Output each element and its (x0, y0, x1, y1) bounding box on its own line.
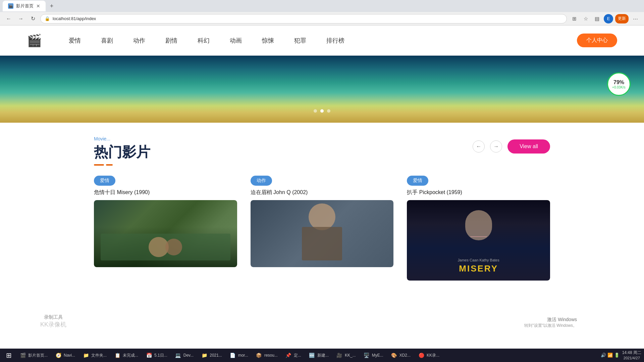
update-button[interactable]: 更新 (615, 14, 629, 23)
nav-item-drama[interactable]: 剧情 (165, 37, 177, 45)
movie-title-3: 扒手 Pickpocket (1959) (407, 189, 550, 196)
section-title-area: Movie... 热门影片 (94, 136, 473, 166)
movie-poster-1 (94, 200, 237, 267)
logo[interactable]: 🎬 (27, 34, 42, 48)
reload-button[interactable]: ↻ (28, 14, 38, 23)
genre-badge-2: 动作 (251, 176, 272, 186)
nav-item-ranking[interactable]: 排行榜 (326, 37, 344, 45)
tab-favicon: 🎬 (8, 3, 13, 9)
profile-button[interactable]: E (604, 14, 613, 23)
nav-item-scifi[interactable]: 科幻 (198, 37, 210, 45)
carousel-dot-2[interactable] (320, 109, 324, 113)
view-all-button[interactable]: View all (507, 139, 550, 154)
next-arrow-button[interactable]: → (490, 140, 502, 153)
browser-toolbar: ← → ↻ 🔒 localhost:81/app/index ⊞ ☆ ▤ E 更… (0, 12, 644, 25)
nav-item-thriller[interactable]: 惊悚 (262, 37, 274, 45)
address-bar[interactable]: 🔒 localhost:81/app/index (40, 14, 567, 23)
tab-label: 影片首页 (16, 3, 34, 9)
nav-item-comedy[interactable]: 喜剧 (101, 37, 113, 45)
poster-title-text: MISERY (458, 263, 499, 274)
movie-poster-3: James Caan Kathy Bates MISERY (407, 200, 550, 281)
toolbar-actions: ⊞ ☆ ▤ E 更新 ⋯ (570, 14, 640, 23)
hero-banner: 79% +0.03K/s (0, 56, 644, 123)
browser-window: 🎬 影片首页 ✕ + ← → ↻ 🔒 localhost:81/app/inde… (0, 0, 644, 25)
bookmark-button[interactable]: ☆ (581, 14, 590, 23)
movie-card-1[interactable]: 爱情 危情十日 Misery (1990) (94, 176, 237, 281)
movie-card-3[interactable]: 爱情 扒手 Pickpocket (1959) James Caan Kathy… (407, 176, 550, 281)
section-header: Movie... 热门影片 ← → View all (94, 136, 550, 166)
carousel-dot-1[interactable] (314, 109, 317, 113)
underline-bar-2 (106, 164, 113, 166)
carousel-dot-3[interactable] (327, 109, 330, 113)
address-text: localhost:81/app/index (53, 16, 96, 21)
speed-percent: 79% (613, 79, 624, 85)
movie-title-1: 危情十日 Misery (1990) (94, 189, 237, 196)
menu-button[interactable]: ⋯ (631, 14, 640, 23)
speed-indicator: 79% +0.03K/s (607, 72, 631, 96)
prev-arrow-button[interactable]: ← (473, 140, 485, 153)
nav-item-action[interactable]: 动作 (133, 37, 145, 45)
movie-grid: 爱情 危情十日 Misery (1990) (94, 176, 550, 281)
section-title: 热门影片 (94, 143, 473, 162)
back-button[interactable]: ← (4, 14, 13, 23)
genre-badge-1: 爱情 (94, 176, 115, 186)
main-content: Movie... 热门影片 ← → View all 爱情 危情十日 Miser… (0, 123, 644, 294)
personal-center-button[interactable]: 个人中心 (577, 34, 617, 47)
nav-item-crime[interactable]: 犯罪 (294, 37, 306, 45)
page-content: 🎬 爱情 喜剧 动作 剧情 科幻 动画 惊悚 犯罪 排行榜 个人中心 79% +… (0, 25, 644, 294)
movie-poster-2 (251, 200, 394, 267)
poster-stars-text: James Caan Kathy Bates (458, 258, 499, 262)
section-label: Movie... (94, 136, 473, 141)
navbar: 🎬 爱情 喜剧 动作 剧情 科幻 动画 惊悚 犯罪 排行榜 个人中心 (0, 25, 644, 56)
forward-button[interactable]: → (16, 14, 25, 23)
nav-links: 爱情 喜剧 动作 剧情 科幻 动画 惊悚 犯罪 排行榜 (69, 37, 577, 45)
section-controls: ← → View all (473, 139, 550, 154)
underline-bar-1 (94, 164, 104, 166)
nav-item-animation[interactable]: 动画 (230, 37, 242, 45)
sidebar-button[interactable]: ▤ (592, 14, 602, 23)
tab-close-button[interactable]: ✕ (36, 3, 40, 9)
speed-unit: +0.03K/s (612, 85, 626, 89)
translate-button[interactable]: ⊞ (570, 14, 579, 23)
nav-item-love[interactable]: 爱情 (69, 37, 81, 45)
genre-badge-3: 爱情 (407, 176, 428, 186)
active-tab[interactable]: 🎬 影片首页 ✕ (3, 1, 46, 11)
new-tab-button[interactable]: + (47, 1, 56, 11)
movie-card-2[interactable]: 动作 迫在眉梢 John Q (2002) (251, 176, 394, 281)
tab-bar: 🎬 影片首页 ✕ + (0, 0, 644, 12)
movie-title-2: 迫在眉梢 John Q (2002) (251, 189, 394, 196)
carousel-dots (314, 109, 330, 113)
section-underline (94, 164, 473, 166)
logo-icon: 🎬 (27, 34, 42, 48)
